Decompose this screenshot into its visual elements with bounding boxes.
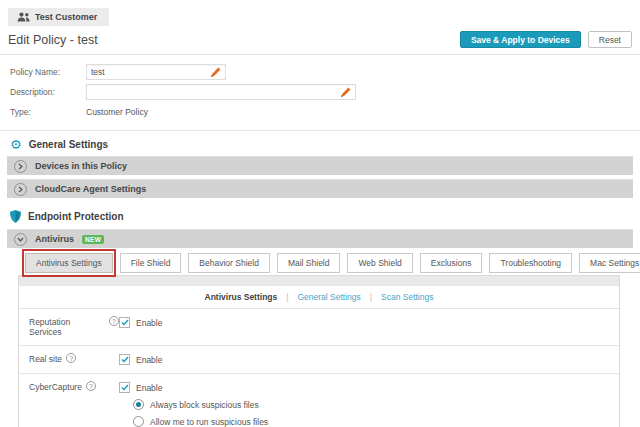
reputation-services-label: Reputation Services ? xyxy=(29,317,119,337)
subnav-link-general-settings[interactable]: General Settings xyxy=(297,292,360,302)
radio-allow-run[interactable] xyxy=(133,416,144,427)
chevron-down-icon xyxy=(14,233,27,246)
real-site-label: Real site ? xyxy=(29,354,119,365)
policy-editor-page: Test Customer Edit Policy - test Save & … xyxy=(0,0,640,427)
description-input[interactable] xyxy=(87,85,339,99)
tab-antivirus-settings[interactable]: Antivirus Settings xyxy=(25,253,113,273)
tab-mail-shield[interactable]: Mail Shield xyxy=(277,253,341,273)
tab-troubleshooting[interactable]: Troubleshooting xyxy=(489,253,572,273)
subnav-link-scan-settings[interactable]: Scan Settings xyxy=(381,292,433,302)
save-apply-button[interactable]: Save & Apply to Devices xyxy=(460,31,581,48)
tab-label: Web Shield xyxy=(358,258,401,268)
tab-web-shield[interactable]: Web Shield xyxy=(347,253,412,273)
customer-tab[interactable]: Test Customer xyxy=(8,8,109,26)
antivirus-tab-strip: Antivirus Settings File Shield Behavior … xyxy=(25,253,640,273)
tab-mac-settings[interactable]: Mac Settings NEW xyxy=(579,253,640,273)
shield-icon xyxy=(10,210,21,223)
antivirus-settings-panel: Antivirus Settings | General Settings | … xyxy=(18,275,620,427)
tab-behavior-shield[interactable]: Behavior Shield xyxy=(188,253,270,273)
general-settings-header: ⚙ General Settings xyxy=(0,131,640,156)
endpoint-protection-header: Endpoint Protection xyxy=(0,202,640,229)
section-bar-cloudcare-agent[interactable]: CloudCare Agent Settings xyxy=(7,179,633,198)
description-input-wrap xyxy=(86,84,356,100)
help-icon[interactable]: ? xyxy=(109,316,119,326)
radio-label: Allow me to run suspicious files xyxy=(150,417,268,427)
reputation-enable-checkbox[interactable] xyxy=(119,317,130,328)
endpoint-protection-title: Endpoint Protection xyxy=(28,211,124,222)
checkbox-label: Enable xyxy=(136,318,162,328)
tab-label: File Shield xyxy=(131,258,171,268)
chevron-right-icon xyxy=(14,160,27,173)
section-bar-devices[interactable]: Devices in this Policy xyxy=(7,156,633,175)
policy-form: Policy Name: Description: Type: Customer… xyxy=(0,55,640,124)
cybercapture-row: CyberCapture ? Enable Always block suspi… xyxy=(19,373,619,427)
tab-label: Exclusions xyxy=(431,258,472,268)
checkbox-label: Enable xyxy=(136,355,162,365)
radio-always-block[interactable] xyxy=(133,399,144,410)
title-row: Edit Policy - test Save & Apply to Devic… xyxy=(0,26,640,48)
tab-label: Mail Shield xyxy=(288,258,330,268)
customer-tab-label: Test Customer xyxy=(35,12,97,22)
reputation-services-row: Reputation Services ? Enable xyxy=(19,308,619,345)
reset-button[interactable]: Reset xyxy=(588,31,632,48)
section-bar-antivirus[interactable]: Antivirus NEW xyxy=(7,229,633,248)
type-row: Type: Customer Policy xyxy=(10,102,630,122)
type-label: Type: xyxy=(10,107,86,117)
chevron-right-icon xyxy=(14,183,27,196)
description-label: Description: xyxy=(10,87,86,97)
policy-name-input-wrap xyxy=(86,64,226,80)
people-icon xyxy=(17,12,30,22)
policy-name-input[interactable] xyxy=(87,65,209,79)
real-site-enable-checkbox[interactable] xyxy=(119,354,130,365)
type-value: Customer Policy xyxy=(86,107,148,117)
policy-name-row: Policy Name: xyxy=(10,62,630,82)
cybercapture-enable-checkbox[interactable] xyxy=(119,382,130,393)
cybercapture-label: CyberCapture ? xyxy=(29,382,119,427)
cloudcare-bar-label: CloudCare Agent Settings xyxy=(35,184,146,194)
policy-name-label: Policy Name: xyxy=(10,67,86,77)
new-badge: NEW xyxy=(82,235,104,244)
tab-label: Antivirus Settings xyxy=(36,258,102,268)
setting-label-text: Real site xyxy=(29,354,62,364)
tab-label: Mac Settings xyxy=(590,258,639,268)
real-site-row: Real site ? Enable xyxy=(19,345,619,373)
tab-label: Troubleshooting xyxy=(500,258,561,268)
translate-edit-icon[interactable] xyxy=(339,86,353,98)
antivirus-bar-label: Antivirus xyxy=(35,234,74,244)
tab-label: Behavior Shield xyxy=(199,258,259,268)
tab-exclusions[interactable]: Exclusions xyxy=(420,253,483,273)
help-icon[interactable]: ? xyxy=(86,381,96,391)
description-row: Description: xyxy=(10,82,630,102)
help-icon[interactable]: ? xyxy=(66,353,76,363)
gear-icon: ⚙ xyxy=(10,139,22,150)
settings-subnav: Antivirus Settings | General Settings | … xyxy=(19,286,619,308)
panel-top-strip xyxy=(19,276,619,286)
tab-file-shield[interactable]: File Shield xyxy=(120,253,182,273)
setting-label-text: CyberCapture xyxy=(29,382,82,392)
devices-bar-label: Devices in this Policy xyxy=(35,161,127,171)
translate-edit-icon[interactable] xyxy=(209,66,223,78)
setting-label-text: Reputation Services xyxy=(29,317,105,337)
subnav-current: Antivirus Settings xyxy=(205,292,278,302)
checkbox-label: Enable xyxy=(136,383,162,393)
radio-label: Always block suspicious files xyxy=(150,400,259,410)
page-title: Edit Policy - test xyxy=(8,33,98,47)
subnav-separator: | xyxy=(370,292,372,302)
subnav-separator: | xyxy=(286,292,288,302)
general-settings-title: General Settings xyxy=(29,139,108,150)
